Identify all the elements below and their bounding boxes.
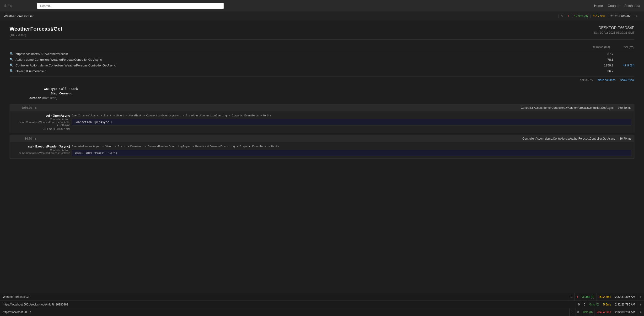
duration-value xyxy=(59,96,634,97)
breadcrumb-add-button[interactable]: + xyxy=(633,14,640,19)
call-entry-context-0: Controller Action: demo.Controllers.Weat… xyxy=(13,118,70,126)
request-machine: DESKTOP-T66DS4P Sat, 10 Apr 2021 06:32:3… xyxy=(594,26,634,35)
sql-percent: sql: 3.2 % xyxy=(580,78,593,82)
bs-count1-2: 0 xyxy=(570,308,575,316)
step-label: Step xyxy=(10,91,57,96)
bs-time-2: 2:32:00.231 AM xyxy=(613,308,637,316)
call-entry-name-1: sql - ExecuteReader (Async) xyxy=(13,145,70,148)
timing-label-2: Controller Action: demo.Controllers.Weat… xyxy=(16,64,592,67)
timing-label-1: Action: demo.Controllers.WeatherForecast… xyxy=(16,58,592,62)
bottom-url-0: WeatherForecast/Get xyxy=(0,295,569,298)
call-stack-trace-0: OpenInternalAsync > Start > Start > Move… xyxy=(72,114,631,117)
bs-green-0: 3.9ms (3) xyxy=(580,293,596,301)
duration-label: Duration (from start) xyxy=(10,96,57,100)
bs-count2-1: 0 xyxy=(582,301,588,308)
call-sql-box-1: INSERT INTO "Place" ("Id"\) xyxy=(72,150,631,156)
call-entry-body-0: sql - OpenAsync Controller Action: demo.… xyxy=(10,111,634,133)
bs-count1-1: 0 xyxy=(576,301,582,308)
bs-yellow-1: 5.5ms xyxy=(601,301,613,308)
bs-count2-2: 0 xyxy=(575,308,581,316)
breadcrumb-yellow-ms: 1517.3ms xyxy=(590,15,608,18)
call-entry-left-1: sql - ExecuteReader (Async) Controller A… xyxy=(13,145,70,156)
timing-row: 🔍 Controller Action: demo.Controllers.We… xyxy=(10,62,634,68)
bs-time-1: 2:32:23.785 AM xyxy=(613,301,637,308)
bottom-stats-2: 0 0 0ms (0) 20454.9ms 2:32:00.231 AM + xyxy=(570,308,644,316)
search-icon[interactable]: 🔍 xyxy=(10,58,14,62)
call-entry-context-1: Controller Action: demo.Controllers.Weat… xyxy=(13,149,70,154)
timing-label-0: https://localhost:5001/weatherforecast xyxy=(16,52,592,56)
nav-link-fetchdata[interactable]: Fetch data xyxy=(624,4,640,8)
call-entry-time-0: 1066.70 ms xyxy=(13,106,36,110)
search-input[interactable] xyxy=(37,3,224,9)
request-title: WeatherForecast/Get xyxy=(10,26,62,32)
timing-row: 🔍 Object: IEnumerable`1 36.7 xyxy=(10,68,634,74)
timing-header: duration (ms) sql (ms) xyxy=(10,45,634,50)
search-icon[interactable]: 🔍 xyxy=(10,52,14,56)
call-entry-right-0: OpenInternalAsync > Start > Start > Move… xyxy=(72,114,631,130)
bs-yellow-2: 20454.9ms xyxy=(594,308,613,316)
call-entry-0: 1066.70 ms Controller Action: demo.Contr… xyxy=(10,104,634,133)
bottom-url-2: https://localhost:5001/ xyxy=(0,310,570,314)
nav-link-home[interactable]: Home xyxy=(594,4,603,8)
call-sql-box-0: Connection OpenAsync() xyxy=(72,119,631,126)
timing-label-3: Object: IEnumerable`1 xyxy=(16,69,592,73)
call-type-value: Call Stack xyxy=(59,87,634,91)
search-bar[interactable] xyxy=(37,3,224,9)
bs-add-1[interactable]: + xyxy=(637,301,644,308)
search-icon[interactable]: 🔍 xyxy=(10,63,14,67)
bottom-row-2: https://localhost:5001/ 0 0 0ms (0) 2045… xyxy=(0,308,644,316)
bs-add-2[interactable]: + xyxy=(637,308,644,316)
top-nav: demo Home Counter Fetch data xyxy=(0,0,644,12)
bottom-row-0: WeatherForecast/Get 1 1 3.9ms (3) 1522.3… xyxy=(0,293,644,301)
timing-section: duration (ms) sql (ms) 🔍 https://localho… xyxy=(10,45,634,82)
call-stack-values: Call Stack Command xyxy=(59,87,634,97)
request-info: WeatherForecast/Get (1517.3 ms) xyxy=(10,26,62,37)
breadcrumb-title: WeatherForecast/Get xyxy=(4,14,558,18)
call-stack-header: Call Type Step Duration (from start) Cal… xyxy=(10,87,634,100)
call-entry-header-0: 1066.70 ms Controller Action: demo.Contr… xyxy=(10,104,634,111)
call-entry-offset-0: 21.4 ms (T+1066.7 ms) xyxy=(13,127,70,130)
call-entry-right-1: ExecuteReaderAsync > Start > Start > Mov… xyxy=(72,145,631,156)
call-entry-time-1: 86.70 ms xyxy=(13,137,36,140)
bs-green-1: 0ms (0) xyxy=(587,301,601,308)
step-value: Command xyxy=(59,91,634,96)
call-stack-labels: Call Type Step Duration (from start) xyxy=(10,87,57,100)
bs-yellow-0: 1522.3ms xyxy=(596,293,613,301)
timing-duration-3: 36.7 xyxy=(594,69,614,73)
breadcrumb-time: 2:32:31.400 AM xyxy=(608,15,633,18)
machine-name: DESKTOP-T66DS4P xyxy=(594,26,634,30)
sql-summary: sql: 3.2 % more columns show trivial xyxy=(10,76,634,82)
timing-header-sql: sql (ms) xyxy=(624,46,634,49)
search-icon[interactable]: 🔍 xyxy=(10,69,14,73)
bs-add-0[interactable]: + xyxy=(637,293,644,301)
call-entry-1: 86.70 ms Controller Action: demo.Control… xyxy=(10,135,634,159)
more-columns-link[interactable]: more columns xyxy=(598,78,615,82)
call-stack-trace-1: ExecuteReaderAsync > Start > Start > Mov… xyxy=(72,145,631,148)
timing-row: 🔍 Action: demo.Controllers.WeatherForeca… xyxy=(10,57,634,62)
request-duration: (1517.3 ms) xyxy=(10,33,62,37)
timing-header-duration: duration (ms) xyxy=(593,46,610,49)
call-entry-desc-1: Controller Action: demo.Controllers.Weat… xyxy=(522,137,631,140)
bottom-bar: WeatherForecast/Get 1 1 3.9ms (3) 1522.3… xyxy=(0,293,644,316)
call-entry-desc-0: Controller Action: demo.Controllers.Weat… xyxy=(521,106,631,110)
bs-count1-0: 1 xyxy=(569,293,574,301)
breadcrumb-green-ms: 19.3ms (3) xyxy=(572,15,590,18)
nav-link-counter[interactable]: Counter xyxy=(608,4,620,8)
call-type-label: Call Type xyxy=(10,87,57,91)
show-trivial-link[interactable]: show trivial xyxy=(620,78,634,82)
breadcrumb-stats: 0 1 19.3ms (3) 1517.3ms 2:32:31.400 AM + xyxy=(558,14,640,19)
timing-duration-0: 37.7 xyxy=(594,52,614,56)
main-content: WeatherForecast/Get (1517.3 ms) DESKTOP-… xyxy=(0,21,644,293)
machine-datetime: Sat, 10 Apr 2021 06:32:31 GMT xyxy=(594,31,634,35)
request-header: WeatherForecast/Get (1517.3 ms) DESKTOP-… xyxy=(10,26,634,40)
call-entry-name-0: sql - OpenAsync xyxy=(13,114,70,117)
bottom-row-1: https://localhost:5001/sockjs-node/info?… xyxy=(0,301,644,308)
timing-duration-1: 78.1 xyxy=(594,58,614,62)
breadcrumb-count0: 0 xyxy=(558,15,565,18)
nav-brand: demo xyxy=(4,4,32,8)
nav-links: Home Counter Fetch data xyxy=(594,4,640,8)
breadcrumb-count1: 1 xyxy=(565,15,572,18)
bs-count2-0: 1 xyxy=(574,293,580,301)
bs-time-0: 2:32:31.395 AM xyxy=(613,293,637,301)
call-entry-left-0: sql - OpenAsync Controller Action: demo.… xyxy=(13,114,70,130)
